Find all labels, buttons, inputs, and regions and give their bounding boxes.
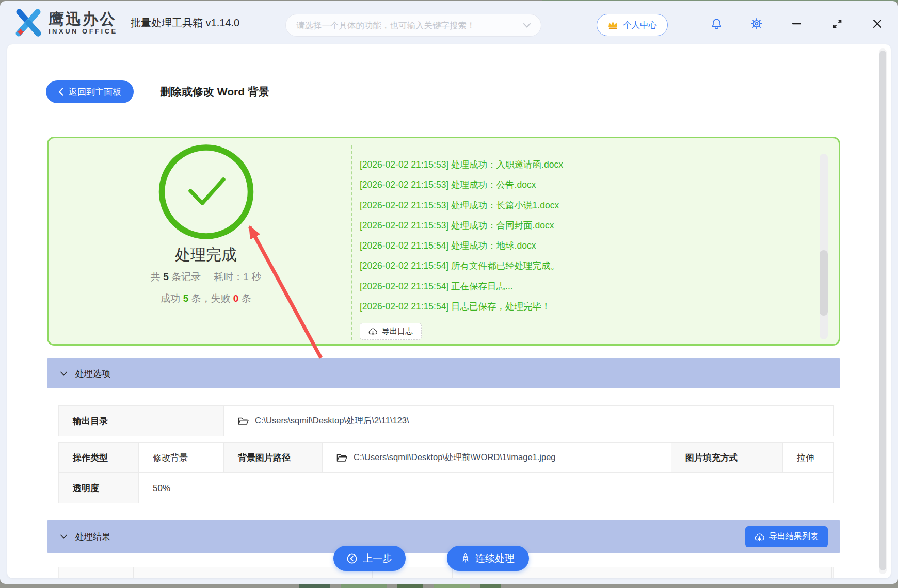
log-divider	[351, 145, 352, 340]
op-type-value: 修改背景	[139, 443, 224, 472]
app-window: 鹰迅办公 INXUN OFFICE 批量处理工具箱 v1.14.0 个人中心	[0, 1, 898, 584]
process-log: [2026-02-02 21:15:53] 处理成功：入职邀请函.docx [2…	[360, 155, 814, 317]
bg-image-path-link[interactable]: C:\Users\sqmil\Desktop\处理前\WORD\1\image1…	[354, 452, 556, 463]
summary-success-fail: 成功 5 条，失败 0 条	[90, 292, 322, 305]
opacity-label: 透明度	[59, 473, 139, 503]
previous-step-button[interactable]: 上一步	[333, 546, 406, 571]
table-row: 操作类型 修改背景 背景图片路径 C:\Users\sqmil\Desktop\…	[58, 442, 834, 473]
continue-processing-button[interactable]: 连续处理	[447, 546, 529, 571]
brand-logo-icon	[12, 7, 44, 38]
crown-icon	[607, 21, 618, 29]
success-check-icon	[158, 143, 254, 239]
elapsed-time: 耗时：1 秒	[214, 271, 261, 282]
log-line: [2026-02-02 21:15:53] 处理成功：合同封面.docx	[360, 216, 814, 236]
export-results-label: 导出结果列表	[769, 531, 819, 542]
log-line: [2026-02-02 21:15:54] 所有文件都已经处理完成。	[360, 256, 814, 276]
log-scrollbar[interactable]	[820, 154, 828, 339]
topbar: 鹰迅办公 INXUN OFFICE 批量处理工具箱 v1.14.0 个人中心	[0, 1, 898, 44]
close-icon	[873, 19, 882, 28]
chevron-down-icon	[60, 371, 67, 376]
close-button[interactable]	[867, 13, 888, 34]
total-count: 5	[163, 271, 169, 282]
settings-button[interactable]	[746, 13, 767, 34]
app-title: 批量处理工具箱 v1.14.0	[131, 1, 239, 44]
export-results-button[interactable]: 导出结果列表	[745, 526, 828, 547]
desktop-background	[0, 583, 898, 588]
cloud-download-icon	[368, 328, 377, 335]
brand-name-en: INXUN OFFICE	[49, 27, 118, 35]
success-count: 5	[183, 293, 189, 304]
section-results-label: 处理结果	[75, 531, 110, 543]
section-options-header[interactable]: 处理选项	[47, 358, 840, 388]
log-scrollbar-thumb[interactable]	[820, 250, 828, 316]
export-log-label: 导出日志	[382, 326, 413, 336]
output-dir-label: 输出目录	[59, 406, 224, 436]
section-results-header[interactable]: 处理结果 导出结果列表	[47, 520, 840, 553]
status-title: 处理完成	[129, 244, 283, 266]
notifications-button[interactable]	[706, 13, 727, 34]
bell-icon	[711, 18, 723, 30]
resize-icon	[832, 19, 842, 29]
user-center-button[interactable]: 个人中心	[597, 14, 668, 36]
log-line: [2026-02-02 21:15:53] 处理成功：长篇小说1.docx	[360, 195, 814, 216]
op-type-label: 操作类型	[59, 443, 139, 472]
log-line: [2026-02-02 21:15:54] 处理成功：地球.docx	[360, 236, 814, 256]
cloud-download-icon	[755, 533, 764, 541]
back-button-label: 返回到主面板	[69, 86, 121, 98]
back-to-dashboard-button[interactable]: 返回到主面板	[46, 80, 134, 103]
log-line: [2026-02-02 21:15:53] 处理成功：入职邀请函.docx	[360, 155, 814, 175]
gear-icon	[750, 18, 763, 30]
fail-count: 0	[233, 293, 239, 304]
bg-path-label: 背景图片路径	[224, 443, 323, 472]
export-log-button[interactable]: 导出日志	[360, 323, 422, 340]
fill-mode-label: 图片填充方式	[671, 443, 783, 472]
chevron-down-icon	[523, 23, 531, 28]
circle-back-icon	[347, 553, 357, 564]
minimize-icon	[792, 23, 801, 25]
brand-name-cn: 鹰迅办公	[49, 11, 118, 27]
output-dir-link[interactable]: C:\Users\sqmil\Desktop\处理后\2\11\123\	[255, 415, 409, 427]
brand: 鹰迅办公 INXUN OFFICE	[12, 7, 118, 38]
table-row: 透明度 50%	[58, 473, 834, 503]
rocket-icon	[461, 553, 470, 564]
folder-icon	[238, 417, 249, 426]
content-card: 返回到主面板 删除或修改 Word 背景 处理完成 共 5 条记录 耗时：1 秒…	[7, 44, 891, 578]
header-divider	[7, 116, 891, 116]
result-summary-panel: 处理完成 共 5 条记录 耗时：1 秒 成功 5 条，失败 0 条 [2026-…	[47, 137, 840, 346]
maximize-button[interactable]	[827, 13, 847, 34]
continue-processing-label: 连续处理	[475, 552, 515, 565]
page-title: 删除或修改 Word 背景	[160, 80, 269, 103]
section-options-label: 处理选项	[75, 368, 110, 380]
search-input[interactable]	[296, 21, 523, 30]
chevron-down-icon	[60, 534, 67, 539]
fill-mode-value: 拉伸	[783, 443, 833, 472]
opacity-value: 50%	[139, 473, 833, 503]
chevron-left-icon	[58, 88, 63, 96]
function-search[interactable]	[285, 14, 541, 37]
user-center-label: 个人中心	[623, 20, 657, 31]
results-table-header	[58, 567, 834, 578]
previous-step-label: 上一步	[363, 552, 392, 565]
main-scrollbar[interactable]	[879, 48, 887, 574]
minimize-button[interactable]	[787, 13, 807, 34]
main-scrollbar-thumb[interactable]	[879, 51, 886, 570]
summary-totals: 共 5 条记录 耗时：1 秒	[90, 270, 322, 284]
table-row: 输出目录 C:\Users\sqmil\Desktop\处理后\2\11\123…	[58, 405, 834, 436]
log-line: [2026-02-02 21:15:54] 正在保存日志...	[360, 276, 814, 297]
folder-icon	[336, 453, 347, 462]
log-line: [2026-02-02 21:15:54] 日志已保存，处理完毕！	[360, 297, 814, 317]
log-line: [2026-02-02 21:15:53] 处理成功：公告.docx	[360, 175, 814, 195]
